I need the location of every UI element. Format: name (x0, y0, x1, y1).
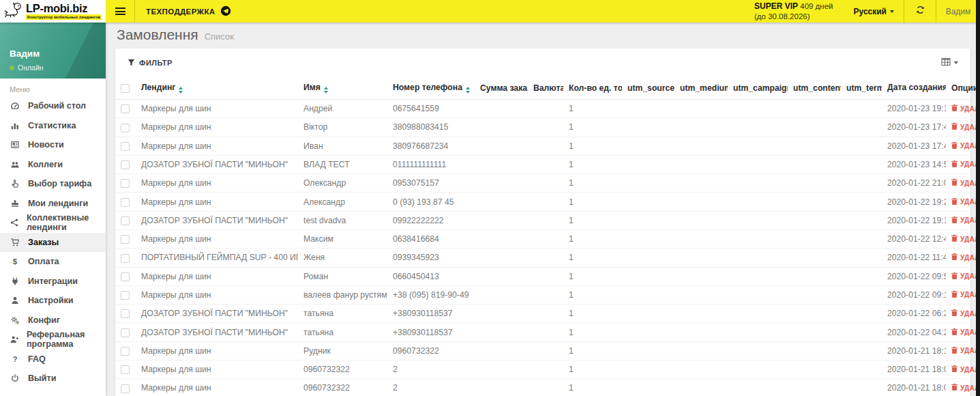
cell-created: 2020-01-21 18:10:16 (882, 341, 946, 360)
cell-utm-source (622, 267, 674, 285)
cell-utm-campaign (728, 118, 788, 137)
telegram-icon (220, 5, 231, 18)
filter-button[interactable]: ФИЛЬТР (128, 59, 173, 68)
row-checkbox[interactable] (121, 347, 130, 356)
share-icon (10, 218, 19, 227)
row-checkbox[interactable] (121, 384, 130, 393)
cell-qty: 1 (563, 379, 622, 396)
cell-qty: 1 (563, 100, 622, 118)
row-checkbox[interactable] (121, 160, 130, 169)
sidebar-item-referral[interactable]: Реферальная программа (0, 330, 106, 350)
column-header[interactable]: Имя (298, 77, 387, 100)
sidebar-item-label: Выбор тарифа (28, 179, 91, 188)
sidebar-item-colleagues[interactable]: Коллеги (0, 155, 106, 175)
row-checkbox[interactable] (121, 291, 130, 300)
filter-label: ФИЛЬТР (139, 59, 173, 67)
cell-created: 2020-01-22 11:40:37 (882, 249, 946, 267)
scrollbar[interactable] (976, 0, 980, 396)
cell-phone: 0675641559 (387, 100, 475, 118)
row-checkbox[interactable] (121, 235, 130, 244)
row-checkbox[interactable] (121, 124, 130, 132)
sidebar-item-collective-landings[interactable]: Коллективные лендинги (0, 213, 106, 233)
row-checkbox[interactable] (121, 272, 130, 281)
sidebar-item-my-landings[interactable]: Мои лендинги (0, 194, 106, 214)
orders-table: ЛендингИмяНомер телефонаСумма заказаВалю… (115, 77, 980, 396)
cell-phone: +380930118537 (387, 305, 475, 323)
select-all-checkbox[interactable] (121, 84, 130, 93)
sidebar-item-statistics[interactable]: Статистика (0, 116, 106, 136)
order-row: ДОЗАТОР ЗУБНОЇ ПАСТИ "МИНЬОН"татьяна+380… (115, 323, 980, 341)
cell-utm-source (622, 323, 674, 341)
column-header-label: utm_campaign (733, 83, 788, 93)
row-checkbox[interactable] (121, 328, 130, 337)
sidebar-item-config[interactable]: Конфиг (0, 311, 106, 330)
column-header-label: Имя (303, 83, 321, 92)
columns-select-button[interactable] (940, 57, 958, 70)
sidebar-item-label: Коллективные лендинги (27, 213, 106, 232)
refresh-button[interactable] (904, 0, 936, 23)
cell-name: Иван (298, 137, 387, 155)
cell-utm-term (841, 211, 882, 229)
row-checkbox[interactable] (121, 216, 130, 225)
cell-created: 2020-01-21 18:06:50 (882, 360, 946, 378)
order-row: Маркеры для шинвалеев фанур рустямович+3… (115, 285, 980, 304)
row-checkbox[interactable] (121, 309, 130, 318)
sidebar-item-faq[interactable]: ?FAQ (0, 350, 106, 369)
cell-currency (528, 155, 563, 173)
column-header[interactable]: Лендинг (136, 77, 298, 100)
sidebar-profile: Вадим Онлайн (0, 23, 106, 79)
column-header-label: utm_medium (680, 83, 728, 93)
column-header[interactable]: Номер телефона (387, 77, 475, 100)
sidebar-item-settings[interactable]: Настройки (0, 291, 106, 311)
sidebar-item-payment[interactable]: $Оплата (0, 252, 106, 272)
cell-landing: Маркеры для шин (136, 267, 298, 285)
language-selector[interactable]: Русский (844, 0, 904, 23)
cell-name: татьяна (298, 305, 387, 323)
cell-utm-campaign (728, 341, 788, 360)
row-checkbox[interactable] (121, 179, 130, 188)
column-header-label: Дата создания (887, 83, 946, 92)
trash-icon (951, 291, 957, 299)
cell-qty: 1 (563, 249, 622, 267)
cell-utm-campaign (728, 305, 788, 323)
sidebar-toggle-button[interactable] (106, 0, 134, 23)
row-checkbox[interactable] (121, 142, 130, 151)
cell-order-sum (475, 229, 528, 248)
cell-created: 2020-01-23 19:12:43 (882, 100, 946, 118)
row-checkbox[interactable] (121, 365, 130, 374)
order-row: Маркеры для шинВіктор38098808341512020-0… (115, 118, 980, 137)
sidebar-item-tariff[interactable]: Выбор тарифа (0, 174, 106, 194)
plan-name: SUPER VIP (754, 1, 798, 11)
logo[interactable]: LP-mobi.biz Конструктор мобильных лендин… (0, 0, 106, 23)
column-header[interactable]: Дата создания (882, 77, 946, 100)
trash-icon (951, 179, 957, 187)
trash-icon (951, 253, 957, 261)
sidebar-item-logout[interactable]: Выйти (0, 369, 106, 388)
sidebar-item-integrations[interactable]: Интеграции (0, 272, 106, 292)
cell-utm-content (788, 211, 841, 229)
row-checkbox[interactable] (121, 198, 130, 207)
logo-title: LP-mobi.biz (26, 3, 102, 14)
cell-qty: 1 (563, 229, 622, 248)
dollar-icon: $ (10, 257, 20, 266)
sidebar-item-news[interactable]: Новости (0, 135, 106, 155)
cell-created: 2020-01-22 12:47:43 (882, 229, 946, 248)
sidebar-item-dashboard[interactable]: Рабочий стол (0, 96, 106, 116)
user-menu[interactable]: Вадим (936, 0, 980, 23)
power-icon (10, 373, 20, 383)
row-checkbox[interactable] (121, 254, 130, 263)
cell-utm-term (841, 100, 882, 118)
refresh-icon (915, 5, 925, 18)
cell-utm-campaign (728, 285, 788, 304)
row-checkbox[interactable] (121, 104, 130, 113)
cell-landing: Маркеры для шин (136, 341, 298, 360)
trash-icon (951, 160, 957, 169)
orders-card: ФИЛЬТР (115, 48, 970, 396)
sidebar-item-orders[interactable]: Заказы (0, 233, 106, 253)
cell-utm-content (788, 323, 841, 341)
trash-icon (951, 384, 957, 392)
support-button[interactable]: ТЕХПОДДЕРЖКА (135, 0, 242, 23)
cell-utm-term (841, 360, 882, 378)
cell-utm-term (841, 267, 882, 285)
trash-icon (951, 216, 957, 225)
